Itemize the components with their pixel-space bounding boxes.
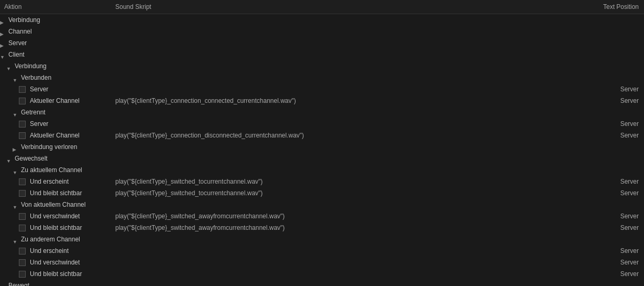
chevron-down-icon[interactable] [13,75,19,81]
row-position: Server [581,268,644,280]
row-label: Und bleibt sichtbar [30,268,82,280]
tree-row[interactable]: Und bleibt sichtbarServer [0,268,644,280]
row-position: Server [581,245,644,257]
tree-row[interactable]: Von aktuellem Channel [0,199,644,210]
checkbox[interactable] [19,98,26,104]
tree-row[interactable]: Bewegt [0,280,644,286]
row-position: Server [581,257,644,268]
tree-row[interactable]: Und bleibt sichtbarplay("${clientType}_s… [0,222,644,234]
chevron-down-icon[interactable] [6,63,13,69]
row-label: Bewegt [8,280,29,286]
row-label: Zu aktuellem Channel [21,164,82,176]
row-label: Getrennt [21,107,46,118]
row-label: Zu anderem Channel [21,234,80,245]
checkbox[interactable] [19,178,26,185]
row-sound: play("${clientType}_switched_tocurrentch… [115,176,581,187]
row-label: Server [30,83,48,95]
tree-row[interactable]: Server [0,37,644,49]
tree-row[interactable]: Aktueller Channelplay("${clientType}_con… [0,130,644,141]
row-position: Server [581,187,644,199]
row-label: Und verschwindet [30,210,80,222]
tree-row[interactable]: Und erscheintplay("${clientType}_switche… [0,176,644,187]
tree-row[interactable]: Und verschwindetServer [0,257,644,268]
tree-row[interactable]: ServerServer [0,118,644,130]
row-label: Und erscheint [30,245,69,257]
chevron-down-icon[interactable] [0,51,6,58]
row-label: Und erscheint [30,176,69,187]
row-label: Verbindung verloren [21,141,77,153]
checkbox[interactable] [19,86,26,93]
tree-row[interactable]: Und erscheintServer [0,245,644,257]
checkbox[interactable] [19,132,26,139]
tree-container[interactable]: Aktion Sound Skript Text Position Verbin… [0,0,644,286]
row-position: Server [581,210,644,222]
tree-row[interactable]: Zu aktuellem Channel [0,164,644,176]
tree-row[interactable]: Verbunden [0,72,644,83]
tree-row[interactable]: Verbindung [0,60,644,72]
chevron-down-icon[interactable] [13,202,19,208]
header-aktion: Aktion [0,3,115,10]
header-sound: Sound Skript [115,3,581,10]
header-position: Text Position [581,3,644,10]
row-label: Und bleibt sichtbar [30,187,82,199]
row-position: Server [581,130,644,141]
tree-row[interactable]: Verbindung [0,14,644,26]
checkbox[interactable] [19,121,26,128]
row-label: Verbindung [8,14,40,26]
row-label: Channel [8,26,32,37]
tree-row[interactable]: Zu anderem Channel [0,234,644,245]
checkbox[interactable] [19,225,26,231]
row-sound: play("${clientType}_connection_disconnec… [115,130,581,141]
chevron-down-icon[interactable] [6,155,13,162]
chevron-right-icon[interactable] [0,28,6,35]
row-label: Aktueller Channel [30,130,80,141]
tree-body: VerbindungChannelServerClientVerbindungV… [0,14,644,286]
row-label: Server [30,118,48,130]
chevron-down-icon[interactable] [13,236,19,242]
tree-row[interactable]: Aktueller Channelplay("${clientType}_con… [0,95,644,107]
checkbox[interactable] [19,271,26,278]
row-position: Server [581,95,644,107]
tree-row[interactable]: ServerServer [0,83,644,95]
chevron-right-icon[interactable] [0,40,6,46]
row-label: Von aktuellem Channel [21,199,85,210]
row-label: Gewechselt [15,153,48,164]
row-label: Verbindung [15,60,47,72]
tree-row[interactable]: Channel [0,26,644,37]
chevron-down-icon[interactable] [13,109,19,115]
row-position: Server [581,176,644,187]
chevron-right-icon[interactable] [0,282,6,286]
row-sound: play("${clientType}_switched_awayfromcur… [115,210,581,222]
chevron-right-icon[interactable] [13,144,19,150]
chevron-right-icon[interactable] [0,17,6,23]
checkbox[interactable] [19,190,26,197]
row-label: Und bleibt sichtbar [30,222,82,234]
header-row: Aktion Sound Skript Text Position [0,0,644,14]
row-label: Server [8,37,27,49]
row-position: Server [581,118,644,130]
checkbox[interactable] [19,259,26,266]
row-label: Client [8,49,25,60]
tree-row[interactable]: Verbindung verloren [0,141,644,153]
row-position: Server [581,222,644,234]
tree-row[interactable]: Und bleibt sichtbarplay("${clientType}_s… [0,187,644,199]
tree-row[interactable]: Getrennt [0,107,644,118]
row-label: Aktueller Channel [30,95,80,107]
chevron-down-icon[interactable] [13,167,19,173]
checkbox[interactable] [19,248,26,255]
checkbox[interactable] [19,213,26,220]
tree-row[interactable]: Gewechselt [0,153,644,164]
row-sound: play("${clientType}_switched_awayfromcur… [115,222,581,234]
row-position: Server [581,83,644,95]
row-sound: play("${clientType}_switched_tocurrentch… [115,187,581,199]
row-sound: play("${clientType}_connection_connected… [115,95,581,107]
tree-row[interactable]: Client [0,49,644,60]
row-label: Verbunden [21,72,51,83]
row-label: Und verschwindet [30,257,80,268]
tree-row[interactable]: Und verschwindetplay("${clientType}_swit… [0,210,644,222]
